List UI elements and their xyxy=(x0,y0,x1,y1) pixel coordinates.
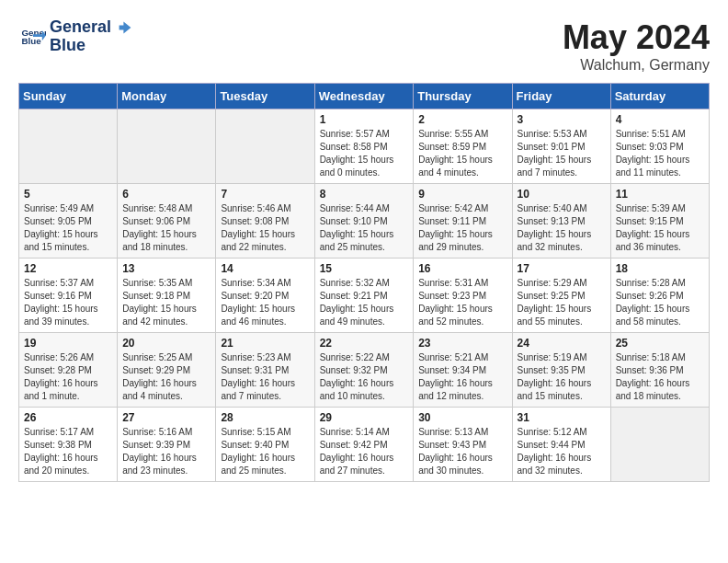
day-number: 16 xyxy=(418,262,506,275)
weekday-header-row: SundayMondayTuesdayWednesdayThursdayFrid… xyxy=(19,84,710,109)
calendar-cell: 12Sunrise: 5:37 AM Sunset: 9:16 PM Dayli… xyxy=(19,259,118,333)
day-number: 9 xyxy=(418,188,506,201)
calendar-week-4: 19Sunrise: 5:26 AM Sunset: 9:28 PM Dayli… xyxy=(19,333,710,408)
calendar-cell: 13Sunrise: 5:35 AM Sunset: 9:18 PM Dayli… xyxy=(118,259,216,333)
day-info: Sunrise: 5:28 AM Sunset: 9:26 PM Dayligh… xyxy=(616,277,704,328)
day-info: Sunrise: 5:40 AM Sunset: 9:13 PM Dayligh… xyxy=(518,202,606,254)
calendar-cell xyxy=(216,109,314,184)
day-number: 2 xyxy=(418,113,506,126)
calendar-cell xyxy=(610,408,709,482)
day-info: Sunrise: 5:25 AM Sunset: 9:29 PM Dayligh… xyxy=(122,351,210,403)
calendar-cell: 5Sunrise: 5:49 AM Sunset: 9:05 PM Daylig… xyxy=(19,184,118,259)
calendar-cell: 28Sunrise: 5:15 AM Sunset: 9:40 PM Dayli… xyxy=(216,408,314,482)
day-number: 8 xyxy=(320,188,409,201)
month-title: May 2024 xyxy=(563,18,710,57)
day-info: Sunrise: 5:46 AM Sunset: 9:08 PM Dayligh… xyxy=(221,202,309,254)
day-number: 28 xyxy=(221,411,309,424)
day-number: 10 xyxy=(518,188,606,201)
day-info: Sunrise: 5:49 AM Sunset: 9:05 PM Dayligh… xyxy=(24,202,112,254)
day-number: 13 xyxy=(122,262,210,275)
calendar-cell xyxy=(118,109,216,184)
day-info: Sunrise: 5:13 AM Sunset: 9:43 PM Dayligh… xyxy=(418,426,506,477)
day-info: Sunrise: 5:12 AM Sunset: 9:44 PM Dayligh… xyxy=(518,426,606,477)
day-number: 20 xyxy=(122,337,210,350)
day-number: 11 xyxy=(616,188,704,201)
weekday-header-tuesday: Tuesday xyxy=(216,84,314,109)
day-info: Sunrise: 5:42 AM Sunset: 9:11 PM Dayligh… xyxy=(418,202,506,254)
day-info: Sunrise: 5:23 AM Sunset: 9:31 PM Dayligh… xyxy=(221,351,309,403)
calendar-cell: 27Sunrise: 5:16 AM Sunset: 9:39 PM Dayli… xyxy=(118,408,216,482)
calendar-cell: 30Sunrise: 5:13 AM Sunset: 9:43 PM Dayli… xyxy=(414,408,512,482)
day-info: Sunrise: 5:48 AM Sunset: 9:06 PM Dayligh… xyxy=(122,202,210,254)
calendar-cell: 3Sunrise: 5:53 AM Sunset: 9:01 PM Daylig… xyxy=(512,109,610,184)
calendar-cell xyxy=(19,109,118,184)
calendar-cell: 24Sunrise: 5:19 AM Sunset: 9:35 PM Dayli… xyxy=(512,333,610,408)
calendar-cell: 9Sunrise: 5:42 AM Sunset: 9:11 PM Daylig… xyxy=(414,184,512,259)
logo-icon: General Blue xyxy=(20,24,46,50)
day-info: Sunrise: 5:57 AM Sunset: 8:58 PM Dayligh… xyxy=(320,128,409,179)
logo-arrow-icon xyxy=(118,20,132,35)
calendar-cell: 21Sunrise: 5:23 AM Sunset: 9:31 PM Dayli… xyxy=(216,333,314,408)
day-number: 22 xyxy=(320,337,409,350)
svg-marker-3 xyxy=(119,22,131,34)
day-info: Sunrise: 5:39 AM Sunset: 9:15 PM Dayligh… xyxy=(616,202,704,254)
day-number: 29 xyxy=(320,411,409,424)
calendar-cell: 17Sunrise: 5:29 AM Sunset: 9:25 PM Dayli… xyxy=(512,259,610,333)
calendar-cell: 6Sunrise: 5:48 AM Sunset: 9:06 PM Daylig… xyxy=(118,184,216,259)
calendar-cell: 11Sunrise: 5:39 AM Sunset: 9:15 PM Dayli… xyxy=(610,184,709,259)
day-info: Sunrise: 5:22 AM Sunset: 9:32 PM Dayligh… xyxy=(320,351,409,403)
calendar-cell: 29Sunrise: 5:14 AM Sunset: 9:42 PM Dayli… xyxy=(314,408,414,482)
day-number: 5 xyxy=(24,188,112,201)
calendar-cell: 22Sunrise: 5:22 AM Sunset: 9:32 PM Dayli… xyxy=(314,333,414,408)
day-info: Sunrise: 5:17 AM Sunset: 9:38 PM Dayligh… xyxy=(24,426,112,477)
logo-line2: Blue xyxy=(50,37,132,55)
weekday-header-saturday: Saturday xyxy=(610,84,709,109)
day-number: 23 xyxy=(418,337,506,350)
weekday-header-wednesday: Wednesday xyxy=(314,84,414,109)
calendar-cell: 4Sunrise: 5:51 AM Sunset: 9:03 PM Daylig… xyxy=(610,109,709,184)
calendar-cell: 31Sunrise: 5:12 AM Sunset: 9:44 PM Dayli… xyxy=(512,408,610,482)
calendar-cell: 20Sunrise: 5:25 AM Sunset: 9:29 PM Dayli… xyxy=(118,333,216,408)
calendar-cell: 15Sunrise: 5:32 AM Sunset: 9:21 PM Dayli… xyxy=(314,259,414,333)
day-info: Sunrise: 5:34 AM Sunset: 9:20 PM Dayligh… xyxy=(221,277,309,328)
day-info: Sunrise: 5:53 AM Sunset: 9:01 PM Dayligh… xyxy=(518,128,606,179)
logo: General Blue General Blue xyxy=(18,18,132,55)
weekday-header-friday: Friday xyxy=(512,84,610,109)
calendar-week-1: 1Sunrise: 5:57 AM Sunset: 8:58 PM Daylig… xyxy=(19,109,710,184)
weekday-header-thursday: Thursday xyxy=(414,84,512,109)
calendar-week-3: 12Sunrise: 5:37 AM Sunset: 9:16 PM Dayli… xyxy=(19,259,710,333)
day-info: Sunrise: 5:19 AM Sunset: 9:35 PM Dayligh… xyxy=(518,351,606,403)
day-number: 24 xyxy=(518,337,606,350)
day-number: 7 xyxy=(221,188,309,201)
day-info: Sunrise: 5:21 AM Sunset: 9:34 PM Dayligh… xyxy=(418,351,506,403)
day-number: 30 xyxy=(418,411,506,424)
day-info: Sunrise: 5:35 AM Sunset: 9:18 PM Dayligh… xyxy=(122,277,210,328)
day-info: Sunrise: 5:14 AM Sunset: 9:42 PM Dayligh… xyxy=(320,426,409,477)
calendar-table: SundayMondayTuesdayWednesdayThursdayFrid… xyxy=(18,83,710,482)
calendar-cell: 16Sunrise: 5:31 AM Sunset: 9:23 PM Dayli… xyxy=(414,259,512,333)
title-block: May 2024 Walchum, Germany xyxy=(563,18,710,74)
day-number: 26 xyxy=(24,411,112,424)
day-info: Sunrise: 5:29 AM Sunset: 9:25 PM Dayligh… xyxy=(518,277,606,328)
day-number: 21 xyxy=(221,337,309,350)
day-info: Sunrise: 5:26 AM Sunset: 9:28 PM Dayligh… xyxy=(24,351,112,403)
day-number: 6 xyxy=(122,188,210,201)
day-number: 31 xyxy=(518,411,606,424)
page-header: General Blue General Blue May 2024 Walch… xyxy=(18,18,710,74)
day-number: 19 xyxy=(24,337,112,350)
calendar-cell: 7Sunrise: 5:46 AM Sunset: 9:08 PM Daylig… xyxy=(216,184,314,259)
calendar-cell: 1Sunrise: 5:57 AM Sunset: 8:58 PM Daylig… xyxy=(314,109,414,184)
day-info: Sunrise: 5:16 AM Sunset: 9:39 PM Dayligh… xyxy=(122,426,210,477)
day-number: 18 xyxy=(616,262,704,275)
day-number: 3 xyxy=(518,113,606,126)
weekday-header-sunday: Sunday xyxy=(19,84,118,109)
calendar-cell: 26Sunrise: 5:17 AM Sunset: 9:38 PM Dayli… xyxy=(19,408,118,482)
day-info: Sunrise: 5:37 AM Sunset: 9:16 PM Dayligh… xyxy=(24,277,112,328)
calendar-week-2: 5Sunrise: 5:49 AM Sunset: 9:05 PM Daylig… xyxy=(19,184,710,259)
calendar-week-5: 26Sunrise: 5:17 AM Sunset: 9:38 PM Dayli… xyxy=(19,408,710,482)
calendar-cell: 2Sunrise: 5:55 AM Sunset: 8:59 PM Daylig… xyxy=(414,109,512,184)
logo-line1: General xyxy=(50,18,132,37)
calendar-cell: 18Sunrise: 5:28 AM Sunset: 9:26 PM Dayli… xyxy=(610,259,709,333)
day-info: Sunrise: 5:31 AM Sunset: 9:23 PM Dayligh… xyxy=(418,277,506,328)
calendar-cell: 25Sunrise: 5:18 AM Sunset: 9:36 PM Dayli… xyxy=(610,333,709,408)
